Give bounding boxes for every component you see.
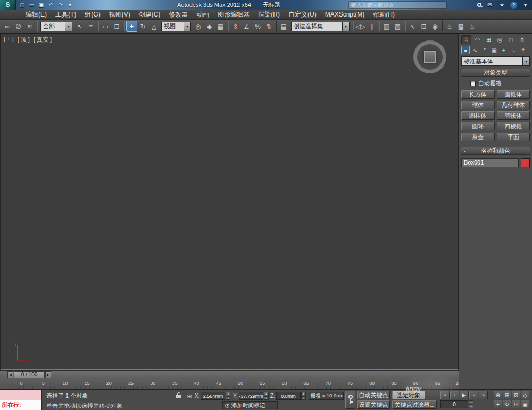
select-and-rotate-icon[interactable]: ↻: [137, 21, 148, 32]
infocenter-search[interactable]: [348, 1, 447, 9]
key-filters-button[interactable]: 关键点过滤器...: [392, 400, 437, 409]
selection-lock-icon[interactable]: [176, 395, 181, 398]
pyramid-button[interactable]: 四棱锥: [497, 122, 530, 130]
spinner-down-icon[interactable]: ▼: [264, 396, 269, 400]
z-spinner[interactable]: ▲▼: [301, 392, 306, 400]
mirror-icon[interactable]: ◁▷: [355, 21, 366, 32]
object-name-field[interactable]: Box001: [461, 158, 519, 167]
modify-tab[interactable]: ◠: [472, 35, 483, 44]
play-button[interactable]: ▶: [460, 391, 469, 399]
cylinder-button[interactable]: 圆柱体: [461, 111, 495, 120]
lights-category[interactable]: *: [480, 46, 489, 54]
sphere-button[interactable]: 球体: [461, 101, 495, 109]
zoom-extents-icon[interactable]: ⊠: [512, 391, 520, 399]
named-selection-sets-dropdown[interactable]: 创建选择集▼: [291, 22, 350, 31]
menu-rendering[interactable]: 渲染(R): [254, 10, 284, 19]
favorites-icon[interactable]: ★: [498, 1, 506, 9]
space-warps-category[interactable]: ≈: [509, 46, 518, 54]
graphite-modeling-icon[interactable]: ▧: [392, 21, 403, 32]
next-frame-arrow-icon[interactable]: ▶: [45, 371, 51, 378]
hierarchy-tab[interactable]: ⊞: [484, 35, 494, 44]
menu-graph-editors[interactable]: 图形编辑器: [213, 10, 254, 19]
spinner-down-icon[interactable]: ▼: [301, 396, 306, 400]
bind-to-space-warp-icon[interactable]: ≋: [24, 21, 35, 32]
rollout-name-color[interactable]: - 名称和颜色: [461, 147, 530, 155]
help-icon[interactable]: ?: [510, 2, 517, 9]
rectangular-selection-region-icon[interactable]: ▭: [100, 21, 111, 32]
pan-icon[interactable]: +: [494, 400, 502, 408]
x-value-field[interactable]: 2.564mm: [201, 392, 225, 400]
y-value-field[interactable]: -37.729mm: [239, 392, 263, 400]
listener-macro-row[interactable]: [0, 390, 41, 400]
angle-snap-icon[interactable]: ∠: [241, 21, 252, 32]
previous-frame-arrow-icon[interactable]: ◀: [7, 371, 13, 378]
menu-help[interactable]: 帮助(H): [369, 10, 399, 19]
render-setup-icon[interactable]: ♨: [444, 21, 455, 32]
time-tag-field[interactable]: 添加时间标记: [222, 401, 278, 409]
curve-editor-icon[interactable]: ∿: [407, 21, 418, 32]
zoom-icon[interactable]: ⊕: [494, 391, 502, 399]
rollout-object-type[interactable]: - 对象类型: [461, 69, 530, 77]
open-file-icon[interactable]: ▭: [28, 1, 36, 9]
tube-button[interactable]: 管状体: [497, 111, 530, 120]
go-to-start-button[interactable]: «: [440, 391, 450, 399]
spinner-down-icon[interactable]: ▼: [226, 396, 230, 400]
geosphere-button[interactable]: 几何球体: [497, 101, 530, 109]
menu-edit[interactable]: 编辑(E): [21, 10, 51, 19]
utilities-tab[interactable]: ⋔: [517, 35, 527, 44]
save-file-icon[interactable]: ▣: [37, 1, 45, 9]
menu-views[interactable]: 视图(V): [105, 10, 135, 19]
viewport[interactable]: [ + ] [ 顶 ] [ 真实 ] y x: [0, 34, 459, 370]
frame-spinner[interactable]: ▲▼: [469, 400, 473, 408]
object-color-swatch[interactable]: [521, 158, 530, 167]
viewport-menu-view[interactable]: [ 顶 ]: [18, 36, 30, 44]
schematic-view-icon[interactable]: ⊡: [418, 21, 429, 32]
current-frame-field[interactable]: 0: [440, 400, 468, 408]
select-and-manipulate-icon[interactable]: ◆: [204, 21, 215, 32]
menu-group[interactable]: 组(G): [80, 10, 104, 19]
plane-button[interactable]: 平面: [497, 133, 530, 141]
systems-category[interactable]: #: [519, 46, 527, 54]
cone-button[interactable]: 圆锥体: [497, 90, 530, 99]
viewport-menu-general[interactable]: [ + ]: [4, 36, 14, 44]
zoom-region-icon[interactable]: ⊡: [512, 400, 520, 408]
percent-snap-icon[interactable]: %: [252, 21, 263, 32]
material-editor-icon[interactable]: ◉: [429, 21, 440, 32]
select-by-name-icon[interactable]: ≡: [85, 21, 96, 32]
chevron-down-icon[interactable]: ▼: [184, 22, 191, 31]
new-scene-icon[interactable]: ▢: [18, 1, 26, 9]
redo-icon[interactable]: ↷: [56, 1, 64, 9]
keyboard-shortcut-override-icon[interactable]: ▦: [215, 21, 226, 32]
menu-animation[interactable]: 动画: [192, 10, 213, 19]
rollout-collapse-icon[interactable]: -: [464, 147, 466, 154]
selection-filter-dropdown[interactable]: 全部▼: [40, 22, 72, 31]
undo-icon[interactable]: ↶: [47, 1, 55, 9]
y-spinner[interactable]: ▲▼: [264, 392, 269, 400]
torus-button[interactable]: 圆环: [461, 122, 495, 130]
app-logo-icon[interactable]: S: [0, 0, 16, 10]
select-and-scale-icon[interactable]: △: [148, 21, 160, 32]
viewcube[interactable]: [413, 40, 446, 73]
motion-tab[interactable]: ◎: [495, 35, 505, 44]
maxscript-mini-listener[interactable]: 所在行:: [0, 390, 42, 410]
menu-maxscript[interactable]: MAXScript(M): [321, 10, 369, 19]
maximize-viewport-icon[interactable]: ▣: [521, 400, 529, 408]
chevron-down-icon[interactable]: ▼: [342, 22, 350, 31]
box-button[interactable]: 长方体: [461, 90, 495, 99]
autogrid-checkbox[interactable]: [470, 81, 476, 86]
spinner-up-icon[interactable]: ▲: [469, 400, 473, 405]
cameras-category[interactable]: ▣: [490, 46, 498, 54]
search-input[interactable]: [351, 2, 444, 8]
menu-create[interactable]: 创建(C): [135, 10, 165, 19]
create-tab[interactable]: ☆: [461, 35, 471, 44]
spinner-snap-icon[interactable]: ⇅: [263, 21, 275, 32]
render-production-icon[interactable]: ♨: [467, 21, 478, 32]
infocenter-dropdown-icon[interactable]: ▾: [521, 1, 529, 9]
spinner-up-icon[interactable]: ▲: [264, 392, 269, 396]
shapes-category[interactable]: ∿: [471, 46, 479, 54]
chevron-down-icon[interactable]: ▼: [65, 22, 72, 31]
search-icon[interactable]: [477, 3, 481, 7]
orbit-icon[interactable]: ↻: [503, 400, 511, 408]
geometry-category[interactable]: ●: [461, 46, 470, 54]
set-key-button[interactable]: 设置关键点: [357, 400, 390, 409]
